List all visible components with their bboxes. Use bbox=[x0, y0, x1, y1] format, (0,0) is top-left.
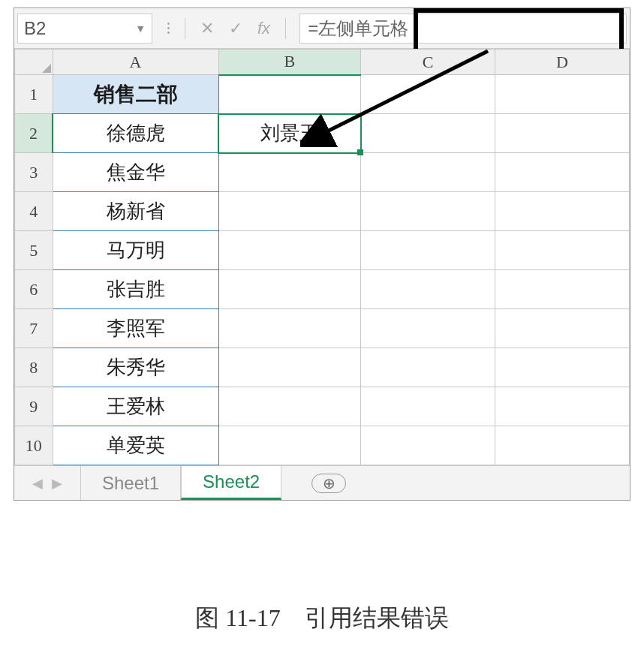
cell-C2[interactable] bbox=[361, 114, 495, 153]
cell-B5[interactable] bbox=[218, 231, 360, 270]
cell-D5[interactable] bbox=[495, 231, 630, 270]
table-row: 8 朱秀华 bbox=[15, 348, 630, 387]
row-header[interactable]: 3 bbox=[15, 153, 53, 192]
tab-sheet2[interactable]: Sheet2 bbox=[181, 466, 281, 500]
cell-D2[interactable] bbox=[495, 114, 630, 153]
row-header[interactable]: 5 bbox=[15, 231, 53, 270]
cell-A8[interactable]: 朱秀华 bbox=[53, 348, 218, 387]
dropdown-icon: ▼ bbox=[135, 23, 146, 35]
spreadsheet-grid[interactable]: A B C D 1 销售二部 2 徐德虎 刘景玉 3 焦金华 bbox=[14, 49, 630, 465]
table-row: 2 徐德虎 刘景玉 bbox=[15, 114, 630, 153]
tab-nav: ◀ ▶ bbox=[14, 475, 80, 492]
formula-bar: B2 ▼ ✕ ✓ fx =左侧单元格 bbox=[14, 8, 630, 49]
cell-A3[interactable]: 焦金华 bbox=[53, 153, 218, 192]
row-header[interactable]: 6 bbox=[15, 270, 53, 309]
cancel-icon[interactable]: ✕ bbox=[200, 19, 214, 38]
row-header[interactable]: 10 bbox=[15, 426, 53, 465]
row-header[interactable]: 7 bbox=[15, 309, 53, 348]
cell-B8[interactable] bbox=[218, 348, 360, 387]
cell-A7[interactable]: 李照军 bbox=[53, 309, 218, 348]
cell-B1[interactable] bbox=[218, 75, 360, 114]
cell-C6[interactable] bbox=[361, 270, 495, 309]
formula-bar-controls: ✕ ✓ fx bbox=[161, 18, 292, 39]
select-all-button[interactable] bbox=[15, 50, 53, 75]
nav-next-icon[interactable]: ▶ bbox=[52, 475, 62, 492]
cell-C3[interactable] bbox=[361, 153, 495, 192]
row-header[interactable]: 8 bbox=[15, 348, 53, 387]
cell-D7[interactable] bbox=[495, 309, 630, 348]
nav-prev-icon[interactable]: ◀ bbox=[32, 475, 43, 492]
cell-D6[interactable] bbox=[495, 270, 630, 309]
cell-A5[interactable]: 马万明 bbox=[53, 231, 218, 270]
confirm-icon[interactable]: ✓ bbox=[229, 19, 242, 38]
cell-D8[interactable] bbox=[495, 348, 630, 387]
cell-A1[interactable]: 销售二部 bbox=[53, 75, 218, 114]
tab-sheet1[interactable]: Sheet1 bbox=[80, 466, 181, 500]
figure-caption: 图 11-17 引用结果错误 bbox=[0, 602, 644, 635]
cell-D1[interactable] bbox=[495, 75, 630, 114]
table-row: 7 李照军 bbox=[15, 309, 630, 348]
cell-D9[interactable] bbox=[495, 387, 630, 426]
table-row: 4 杨新省 bbox=[15, 192, 630, 231]
cell-B9[interactable] bbox=[218, 387, 360, 426]
table-row: 6 张吉胜 bbox=[15, 270, 630, 309]
table-row: 3 焦金华 bbox=[15, 153, 630, 192]
cell-C9[interactable] bbox=[361, 387, 495, 426]
table-row: 10 单爱英 bbox=[15, 426, 630, 465]
cell-A9[interactable]: 王爱林 bbox=[53, 387, 218, 426]
table-row: 5 马万明 bbox=[15, 231, 630, 270]
cell-C7[interactable] bbox=[361, 309, 495, 348]
cell-D10[interactable] bbox=[495, 426, 630, 465]
cell-A4[interactable]: 杨新省 bbox=[53, 192, 218, 231]
name-box-value: B2 bbox=[24, 18, 46, 39]
cell-B6[interactable] bbox=[218, 270, 360, 309]
cell-C1[interactable] bbox=[361, 75, 495, 114]
formula-input[interactable]: =左侧单元格 bbox=[299, 14, 627, 44]
cell-B2[interactable]: 刘景玉 bbox=[218, 114, 360, 153]
cell-D4[interactable] bbox=[495, 192, 630, 231]
table-row: 9 王爱林 bbox=[15, 387, 630, 426]
cell-B7[interactable] bbox=[218, 309, 360, 348]
row-header[interactable]: 1 bbox=[15, 75, 53, 114]
cell-C4[interactable] bbox=[361, 192, 495, 231]
name-box[interactable]: B2 ▼ bbox=[17, 14, 152, 44]
resize-handle-icon[interactable] bbox=[167, 23, 170, 34]
cell-B3[interactable] bbox=[218, 153, 360, 192]
divider bbox=[285, 18, 286, 39]
row-header[interactable]: 9 bbox=[15, 387, 53, 426]
row-header[interactable]: 4 bbox=[15, 192, 53, 231]
cell-B10[interactable] bbox=[218, 426, 360, 465]
column-header-row: A B C D bbox=[15, 50, 630, 75]
column-header[interactable]: C bbox=[361, 50, 495, 75]
plus-icon: ⊕ bbox=[323, 474, 336, 492]
fx-icon[interactable]: fx bbox=[257, 19, 270, 38]
divider bbox=[185, 18, 185, 39]
cell-C10[interactable] bbox=[361, 426, 495, 465]
cell-A10[interactable]: 单爱英 bbox=[53, 426, 218, 465]
formula-text: =左侧单元格 bbox=[308, 17, 408, 41]
column-header[interactable]: D bbox=[495, 50, 630, 75]
cell-B4[interactable] bbox=[218, 192, 360, 231]
column-header[interactable]: A bbox=[53, 50, 218, 75]
cell-C5[interactable] bbox=[361, 231, 495, 270]
spreadsheet-app: B2 ▼ ✕ ✓ fx =左侧单元格 A bbox=[14, 8, 630, 501]
cell-D3[interactable] bbox=[495, 153, 630, 192]
new-sheet-button[interactable]: ⊕ bbox=[311, 474, 346, 493]
cell-C8[interactable] bbox=[361, 348, 495, 387]
column-header[interactable]: B bbox=[218, 50, 360, 75]
table-row: 1 销售二部 bbox=[15, 75, 630, 114]
row-header[interactable]: 2 bbox=[15, 114, 53, 153]
cell-A2[interactable]: 徐德虎 bbox=[53, 114, 218, 153]
sheet-tabs-bar: ◀ ▶ Sheet1 Sheet2 ⊕ bbox=[14, 465, 630, 500]
cell-A6[interactable]: 张吉胜 bbox=[53, 270, 218, 309]
grid-area: A B C D 1 销售二部 2 徐德虎 刘景玉 3 焦金华 bbox=[14, 49, 630, 465]
